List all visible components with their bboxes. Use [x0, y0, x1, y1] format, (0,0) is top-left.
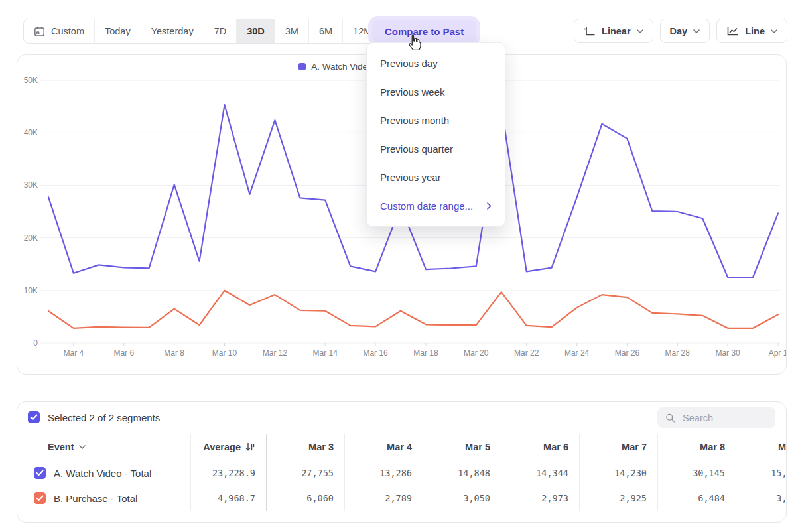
value-cell: 30,145	[658, 460, 736, 486]
check-icon	[30, 414, 38, 421]
y-axis-label: 50K	[24, 76, 38, 85]
sort-descending-icon	[245, 442, 255, 452]
cell-value: 2,973	[541, 493, 568, 503]
cell-value: 2,925	[620, 493, 647, 503]
segment-checkbox[interactable]	[34, 492, 46, 504]
compare-to-past-menu: Previous dayPrevious weekPrevious monthP…	[366, 42, 505, 227]
menu-item-label: Previous month	[380, 115, 449, 126]
range-button-label: 12M	[353, 26, 371, 36]
value-cell: 3,050	[423, 486, 501, 511]
cell-value: 6,484	[698, 493, 725, 503]
interval-select[interactable]: Day	[660, 19, 710, 43]
column-header-mar-6: Mar 6	[501, 434, 580, 460]
x-axis-label: Mar 18	[413, 348, 438, 358]
date-header-label: Mar 8	[700, 442, 725, 452]
chevron-down-icon	[637, 29, 643, 33]
cell-value: 14,344	[536, 468, 568, 478]
range-button-6m[interactable]: 6M	[309, 19, 343, 43]
cell-value: 14,848	[458, 468, 490, 478]
column-header-mar-9: Mar 9	[736, 434, 787, 460]
x-axis-label: Mar 16	[363, 348, 388, 358]
date-range-group: CustomTodayYesterday7D30D3M6M12M	[23, 19, 382, 44]
column-header-event[interactable]: Event	[27, 434, 191, 460]
segments-summary: Selected 2 of 2 segments	[28, 411, 160, 423]
chart-type-label: Line	[745, 26, 765, 36]
range-button-label: Custom	[51, 26, 84, 36]
segment-label: B. Purchase - Total	[54, 493, 137, 504]
range-button-label: 3M	[285, 26, 298, 36]
range-button-7d[interactable]: 7D	[204, 19, 237, 43]
x-axis-label: Mar 24	[564, 348, 590, 358]
cell-value: 2,789	[385, 493, 412, 503]
value-cell: 2,789	[345, 486, 423, 511]
date-header-label: Mar 7	[622, 442, 647, 452]
range-button-label: 30D	[247, 26, 265, 36]
x-axis-label: Mar 14	[313, 348, 338, 358]
segments-card: Selected 2 of 2 segments EventAverageMar…	[17, 401, 787, 523]
cell-value: 13,286	[379, 468, 412, 478]
range-button-30d[interactable]: 30D	[237, 19, 275, 43]
average-value-cell: 4,968.7	[191, 486, 267, 511]
average-value: 4,968.7	[218, 493, 255, 503]
average-header-label: Average	[203, 442, 241, 452]
x-axis-label: Mar 30	[715, 348, 740, 358]
x-axis-label: Mar 6	[113, 348, 134, 358]
menu-item-previous-quarter[interactable]: Previous quarter	[367, 135, 505, 163]
chevron-down-icon	[771, 29, 777, 33]
date-header-label: Mar 6	[543, 442, 568, 452]
chart-type-select[interactable]: Line	[716, 19, 787, 43]
range-button-3m[interactable]: 3M	[275, 19, 309, 43]
menu-item-label: Previous year	[380, 172, 441, 183]
range-button-custom[interactable]: Custom	[24, 19, 95, 43]
menu-item-label: Previous day	[380, 58, 438, 69]
menu-item-previous-month[interactable]: Previous month	[367, 106, 505, 135]
scale-select[interactable]: Linear	[574, 19, 653, 43]
event-header-label: Event	[48, 442, 74, 452]
select-all-checkbox[interactable]	[28, 411, 40, 423]
column-header-mar-8: Mar 8	[658, 434, 736, 460]
check-icon	[36, 470, 44, 476]
menu-item-previous-year[interactable]: Previous year	[367, 163, 505, 192]
compare-to-past-button[interactable]: Compare to Past	[372, 20, 476, 42]
segment-checkbox[interactable]	[34, 467, 46, 479]
x-axis-label: Mar 26	[615, 348, 640, 358]
column-header-mar-7: Mar 7	[580, 434, 658, 460]
x-axis-label: Mar 4	[64, 348, 84, 358]
value-cell: 6,060	[267, 486, 345, 511]
date-header-label: Mar 3	[308, 442, 334, 452]
average-value-cell: 23,228.9	[191, 460, 267, 486]
chart-controls: Linear Day Line	[574, 19, 787, 43]
custom-date-range-label: Custom date range...	[380, 200, 473, 212]
cell-value: 27,755	[301, 468, 334, 478]
menu-item-previous-week[interactable]: Previous week	[367, 78, 505, 106]
search-box[interactable]	[657, 407, 775, 428]
scale-label: Linear	[602, 26, 631, 36]
range-button-label: 7D	[214, 26, 227, 36]
menu-item-custom-date-range[interactable]: Custom date range...	[367, 192, 505, 220]
table-row-event-cell: A. Watch Video - Total	[27, 460, 191, 486]
value-cell: 3,404	[736, 486, 787, 511]
value-cell: 27,755	[267, 460, 345, 486]
column-header-average[interactable]: Average	[191, 434, 267, 460]
chevron-down-icon	[693, 29, 700, 33]
menu-item-label: Previous week	[380, 86, 445, 98]
menu-item-previous-day[interactable]: Previous day	[367, 49, 505, 78]
y-axis-label: 30K	[24, 180, 38, 190]
range-button-label: Today	[105, 26, 131, 36]
search-input[interactable]	[681, 412, 767, 424]
x-axis-label: Mar 20	[464, 348, 489, 358]
segment-label: A. Watch Video - Total	[54, 468, 151, 479]
search-icon	[665, 412, 675, 424]
value-cell: 6,484	[658, 486, 736, 511]
column-header-mar-3: Mar 3	[267, 434, 345, 460]
column-header-mar-4: Mar 4	[345, 434, 423, 460]
menu-item-label: Previous quarter	[380, 143, 453, 155]
range-button-today[interactable]: Today	[95, 19, 141, 43]
selected-segments-text: Selected 2 of 2 segments	[48, 412, 160, 423]
x-axis-label: Mar 28	[665, 348, 691, 358]
cell-value: 30,145	[693, 468, 725, 478]
table-row-event-cell: B. Purchase - Total	[27, 486, 191, 511]
range-button-yesterday[interactable]: Yesterday	[141, 19, 204, 43]
interval-label: Day	[670, 26, 688, 36]
y-axis-label: 10K	[24, 286, 38, 295]
